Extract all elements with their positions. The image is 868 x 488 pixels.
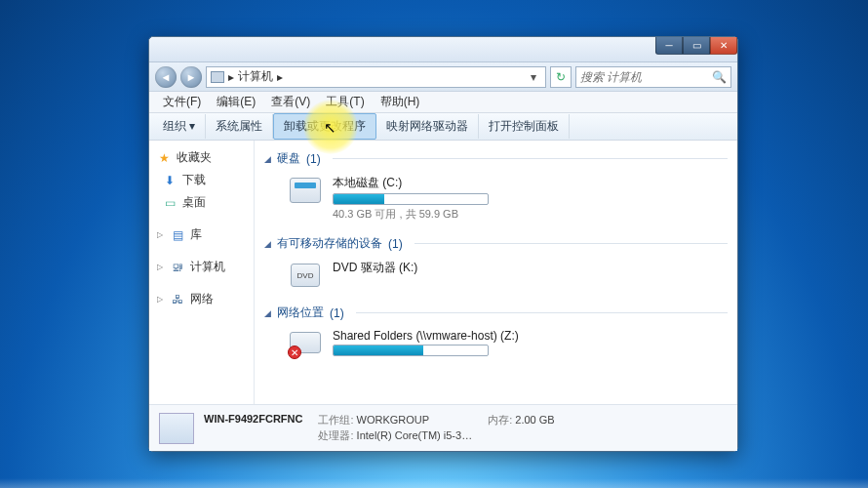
- address-crumb-computer[interactable]: 计算机: [238, 68, 273, 85]
- chevron-right-icon: ▷: [157, 295, 165, 304]
- drive-dvd[interactable]: DVD DVD 驱动器 (K:): [264, 256, 728, 299]
- divider: [414, 243, 728, 244]
- details-mem: 2.00 GB: [515, 414, 554, 426]
- menu-file[interactable]: 文件(F): [155, 92, 209, 112]
- search-icon: 🔍: [712, 70, 727, 84]
- search-input[interactable]: [580, 70, 712, 84]
- forward-button[interactable]: ►: [180, 66, 202, 88]
- chevron-right-icon: ▷: [157, 230, 165, 239]
- divider: [356, 312, 728, 313]
- group-hdd-label: 硬盘: [277, 150, 300, 167]
- desktop-icon: ▭: [163, 196, 177, 210]
- group-netloc-count: (1): [330, 306, 344, 320]
- nav-favorites[interactable]: ★ 收藏夹: [149, 146, 254, 169]
- nav-downloads[interactable]: ⬇ 下载: [149, 169, 254, 191]
- window-controls: ─ ▭ ✕: [655, 37, 737, 55]
- details-cpu-label: 处理器:: [318, 429, 353, 441]
- nav-desktop[interactable]: ▭ 桌面: [149, 191, 254, 214]
- toolbar: 组织 ▾ 系统属性 卸载或更改程序 映射网络驱动器 打开控制面板 ↖: [149, 113, 737, 141]
- nav-computer[interactable]: ▷ 🖳 计算机: [149, 256, 254, 278]
- drive-z-usage-bar: [333, 345, 489, 356]
- organize-button[interactable]: 组织 ▾: [153, 114, 206, 139]
- menu-help[interactable]: 帮助(H): [373, 92, 428, 112]
- drive-z[interactable]: ✕ Shared Folders (\\vmware-host) (Z:): [264, 325, 728, 368]
- group-removable-count: (1): [388, 237, 403, 251]
- nav-downloads-label: 下载: [182, 172, 206, 188]
- drive-c[interactable]: 本地磁盘 (C:) 40.3 GB 可用 , 共 59.9 GB: [264, 171, 728, 229]
- nav-desktop-label: 桌面: [182, 194, 206, 211]
- details-name: WIN-F9492FCRFNC: [204, 413, 302, 427]
- computer-icon: [211, 71, 224, 83]
- details-pane: WIN-F9492FCRFNC 工作组: WORKGROUP 内存: 2.00 …: [149, 404, 737, 451]
- group-removable-label: 有可移动存储的设备: [277, 235, 382, 252]
- chevron-down-icon: ◢: [264, 308, 271, 318]
- drive-z-name: Shared Folders (\\vmware-host) (Z:): [333, 329, 519, 343]
- map-network-drive-button[interactable]: 映射网络驱动器: [376, 114, 479, 139]
- hard-drive-icon: [290, 178, 321, 203]
- content-pane: ◢ 硬盘 (1) 本地磁盘 (C:) 40.3 GB 可用 , 共 59.9 G…: [255, 141, 737, 404]
- address-bar[interactable]: ▸ 计算机 ▸ ▾: [206, 66, 546, 88]
- navigation-pane: ★ 收藏夹 ⬇ 下载 ▭ 桌面 ▷ ▤ 库 ▷ 🖳 计算机: [149, 141, 255, 404]
- details-workgroup-label: 工作组:: [318, 414, 353, 426]
- minimize-button[interactable]: ─: [655, 37, 683, 55]
- computer-icon: 🖳: [171, 261, 184, 274]
- group-hdd-count: (1): [306, 152, 321, 166]
- open-control-panel-button[interactable]: 打开控制面板: [479, 114, 570, 139]
- address-dropdown[interactable]: ▾: [526, 70, 541, 84]
- computer-thumb-icon: [159, 413, 194, 444]
- nav-libraries[interactable]: ▷ ▤ 库: [149, 224, 254, 246]
- chevron-down-icon: ◢: [264, 239, 271, 249]
- details-cpu: Intel(R) Core(TM) i5-3…: [357, 429, 473, 441]
- system-properties-button[interactable]: 系统属性: [206, 114, 273, 139]
- details-workgroup: WORKGROUP: [357, 414, 430, 426]
- menu-tools[interactable]: 工具(T): [318, 92, 372, 112]
- disconnected-overlay-icon: ✕: [288, 346, 301, 359]
- group-network-location[interactable]: ◢ 网络位置 (1): [264, 305, 728, 321]
- titlebar: ─ ▭ ✕: [149, 37, 737, 62]
- group-netloc-label: 网络位置: [277, 305, 324, 321]
- group-hdd[interactable]: ◢ 硬盘 (1): [264, 150, 728, 167]
- chevron-right-icon: ▷: [157, 263, 165, 271]
- drive-c-usage-bar: [333, 193, 489, 205]
- close-button[interactable]: ✕: [710, 37, 737, 55]
- refresh-button[interactable]: ↻: [550, 66, 572, 88]
- chevron-down-icon: ◢: [264, 154, 271, 164]
- divider: [333, 158, 728, 159]
- address-sep-1: ▸: [228, 70, 234, 84]
- nav-network[interactable]: ▷ 🖧 网络: [149, 288, 254, 310]
- back-button[interactable]: ◄: [155, 66, 177, 88]
- nav-favorites-label: 收藏夹: [177, 149, 212, 166]
- group-removable[interactable]: ◢ 有可移动存储的设备 (1): [264, 235, 728, 252]
- details-mem-label: 内存:: [488, 414, 512, 426]
- drive-c-subtitle: 40.3 GB 可用 , 共 59.9 GB: [333, 207, 489, 222]
- explorer-window: ─ ▭ ✕ ◄ ► ▸ 计算机 ▸ ▾ ↻ 🔍 文件(F) 编辑(E) 查看(V…: [148, 36, 738, 452]
- download-icon: ⬇: [163, 174, 177, 187]
- network-share-icon: ✕: [290, 332, 321, 357]
- body: ★ 收藏夹 ⬇ 下载 ▭ 桌面 ▷ ▤ 库 ▷ 🖳 计算机: [149, 141, 737, 404]
- nav-computer-label: 计算机: [190, 259, 225, 275]
- drive-c-name: 本地磁盘 (C:): [333, 175, 489, 191]
- search-box[interactable]: 🔍: [575, 66, 731, 88]
- drive-dvd-name: DVD 驱动器 (K:): [333, 260, 417, 276]
- nav-network-label: 网络: [190, 291, 214, 307]
- nav-row: ◄ ► ▸ 计算机 ▸ ▾ ↻ 🔍: [149, 62, 737, 92]
- nav-libraries-label: 库: [190, 226, 202, 243]
- menubar: 文件(F) 编辑(E) 查看(V) 工具(T) 帮助(H): [149, 92, 737, 113]
- libraries-icon: ▤: [171, 228, 184, 242]
- menu-view[interactable]: 查看(V): [263, 92, 318, 112]
- network-icon: 🖧: [171, 293, 184, 306]
- dvd-drive-icon: DVD: [291, 264, 320, 287]
- star-icon: ★: [157, 151, 171, 165]
- menu-edit[interactable]: 编辑(E): [209, 92, 263, 112]
- maximize-button[interactable]: ▭: [683, 37, 710, 55]
- cursor-icon: ↖: [324, 119, 336, 137]
- address-sep-2: ▸: [277, 70, 283, 84]
